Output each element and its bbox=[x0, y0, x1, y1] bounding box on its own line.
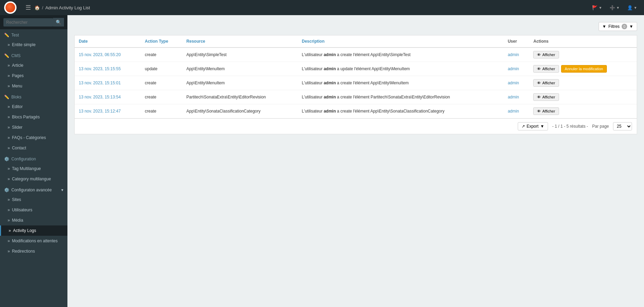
sidebar-item-activity-logs[interactable]: » Activity Logs bbox=[0, 225, 67, 236]
sidebar-item-contact[interactable]: » Contact bbox=[0, 143, 67, 153]
chevron-icon-slider: » bbox=[8, 125, 10, 130]
export-icon: ↗ bbox=[522, 124, 525, 129]
col-user: User bbox=[504, 35, 529, 47]
cancel-modification-button[interactable]: Annuler la modification bbox=[561, 65, 607, 73]
col-action-type[interactable]: Action Type bbox=[141, 35, 182, 47]
search-button[interactable]: 🔍 bbox=[53, 18, 64, 27]
export-label: Export bbox=[527, 124, 539, 129]
view-button[interactable]: 👁 Afficher bbox=[533, 93, 559, 101]
chevron-icon-category: » bbox=[8, 177, 10, 181]
sidebar-item-configuration-avancee[interactable]: ⚙️ Configuraton avancée ▾ bbox=[0, 184, 67, 194]
col-description[interactable]: Description bbox=[298, 35, 504, 47]
chevron-icon-redirections: » bbox=[8, 249, 10, 254]
chevron-icon-pages: » bbox=[8, 73, 10, 78]
action-type-cell: create bbox=[141, 90, 182, 104]
export-button[interactable]: ↗ Export ▼ bbox=[518, 122, 548, 130]
user-link[interactable]: admin bbox=[508, 66, 519, 71]
gear-icon-config: ⚙️ bbox=[4, 157, 9, 161]
description-cell: L'utilisateur admin a create l'élément P… bbox=[298, 90, 504, 104]
description-cell: L'utilisateur admin a update l'élément A… bbox=[298, 62, 504, 76]
pencil-icon: ✏️ bbox=[4, 33, 9, 38]
hamburger-button[interactable]: ☰ bbox=[22, 0, 34, 15]
sidebar-item-pages[interactable]: » Pages bbox=[0, 71, 67, 81]
home-icon: 🏠 bbox=[34, 5, 40, 10]
table-header-row: Date Action Type Resource Description Us… bbox=[75, 35, 637, 47]
chevron-icon-menu: » bbox=[8, 84, 10, 88]
col-actions: Actions bbox=[529, 35, 637, 47]
sidebar-label-pages: Pages bbox=[12, 73, 24, 78]
eye-icon: 👁 bbox=[537, 53, 541, 57]
sidebar-item-tag-multilangue[interactable]: » Tag Multilangue bbox=[0, 163, 67, 174]
sidebar-label-blocs-partages: Blocs Partagés bbox=[12, 115, 40, 119]
table-row: 13 nov. 2023, 15:15:55updateApp\Entity\M… bbox=[75, 62, 637, 76]
col-resource[interactable]: Resource bbox=[182, 35, 298, 47]
sidebar-item-faqs-categories[interactable]: » FAQs - Catégories bbox=[0, 133, 67, 143]
date-link[interactable]: 15 nov. 2023, 06:55:20 bbox=[79, 52, 121, 57]
table-container: Date Action Type Resource Description Us… bbox=[74, 35, 637, 134]
sidebar-item-bloks[interactable]: ✏️ Bloks bbox=[0, 91, 67, 102]
user-link[interactable]: admin bbox=[508, 95, 519, 99]
view-button[interactable]: 👁 Afficher bbox=[533, 51, 559, 59]
per-page-select[interactable]: 25 50 100 bbox=[613, 122, 632, 130]
filter-icon: ▼ bbox=[602, 24, 607, 29]
date-link[interactable]: 13 nov. 2023, 15:15:55 bbox=[79, 66, 121, 71]
sidebar-item-menu[interactable]: » Menu bbox=[0, 81, 67, 91]
top-right-actions: 🚩 ▼ ➕ ▼ 👤 ▼ bbox=[589, 4, 640, 12]
sidebar-item-editor[interactable]: » Editor bbox=[0, 102, 67, 112]
sidebar-item-sites[interactable]: » Sites bbox=[0, 194, 67, 205]
resource-cell: App\Entity\MenuItem bbox=[182, 76, 298, 90]
sidebar-item-media[interactable]: » Média bbox=[0, 215, 67, 225]
search-input[interactable] bbox=[3, 18, 53, 27]
sidebar-item-cms[interactable]: ✏️ CMS bbox=[0, 50, 67, 60]
table-row: 15 nov. 2023, 06:55:20createApp\Entity\S… bbox=[75, 47, 637, 62]
sidebar-item-utilisateurs[interactable]: » Utilisateurs bbox=[0, 205, 67, 215]
chevron-icon-media: » bbox=[8, 218, 10, 223]
sidebar-item-category-multilangue[interactable]: » Category multilangue bbox=[0, 174, 67, 184]
sidebar-item-test[interactable]: ✏️ Test bbox=[0, 29, 67, 40]
sidebar-label-contact: Contact bbox=[12, 146, 26, 150]
eye-icon: 👁 bbox=[537, 81, 541, 85]
sidebar-item-article[interactable]: » Article bbox=[0, 60, 67, 71]
chevron-down-icon: ▾ bbox=[61, 188, 63, 192]
table-row: 13 nov. 2023, 15:15:01createApp\Entity\M… bbox=[75, 76, 637, 90]
sidebar-item-configuration[interactable]: ⚙️ Configuration bbox=[0, 153, 67, 163]
table-footer: ↗ Export ▼ - 1 / 1 - 5 résultats - Par p… bbox=[75, 118, 637, 134]
chevron-icon: » bbox=[8, 42, 10, 47]
eye-icon: 👁 bbox=[537, 67, 541, 71]
view-button[interactable]: 👁 Afficher bbox=[533, 65, 559, 73]
filter-label: Filtres bbox=[608, 24, 620, 29]
sidebar-label-sites: Sites bbox=[12, 197, 21, 202]
user-link[interactable]: admin bbox=[508, 81, 519, 85]
sidebar-item-redirections[interactable]: » Redirections bbox=[0, 246, 67, 256]
page-wrapper: 🔍 ✏️ Test » Entite simple ✏️ CMS » Artic… bbox=[0, 15, 644, 307]
view-button[interactable]: 👁 Afficher bbox=[533, 107, 559, 115]
action-type-cell: create bbox=[141, 104, 182, 118]
sidebar: 🔍 ✏️ Test » Entite simple ✏️ CMS » Artic… bbox=[0, 15, 67, 307]
add-button[interactable]: ➕ ▼ bbox=[607, 4, 622, 12]
date-link[interactable]: 13 nov. 2023, 15:13:54 bbox=[79, 95, 121, 99]
sidebar-item-modifications[interactable]: » Modifications en attentes bbox=[0, 236, 67, 246]
view-button[interactable]: 👁 Afficher bbox=[533, 79, 559, 87]
sidebar-item-entite-simple[interactable]: » Entite simple bbox=[0, 40, 67, 50]
user-link[interactable]: admin bbox=[508, 52, 519, 57]
resource-cell: App\Entity\SimpleTest bbox=[182, 47, 298, 62]
date-link[interactable]: 13 nov. 2023, 15:15:01 bbox=[79, 81, 121, 85]
chevron-icon-utilisateurs: » bbox=[8, 208, 10, 212]
sidebar-search-container: 🔍 bbox=[0, 15, 67, 29]
action-type-cell: update bbox=[141, 62, 182, 76]
date-link[interactable]: 13 nov. 2023, 15:12:47 bbox=[79, 109, 121, 114]
chevron-icon-modifications: » bbox=[8, 239, 10, 243]
resource-cell: App\Entity\MenuItem bbox=[182, 62, 298, 76]
filter-button[interactable]: ▼ Filtres 0 ▼ bbox=[599, 22, 637, 31]
flag-button[interactable]: 🚩 ▼ bbox=[589, 4, 605, 12]
resource-cell: Partitech\SonataExtra\Entity\EditorRevis… bbox=[182, 90, 298, 104]
activity-log-table: Date Action Type Resource Description Us… bbox=[75, 35, 637, 118]
sidebar-label-media: Média bbox=[12, 218, 23, 223]
sidebar-item-slider[interactable]: » Slider bbox=[0, 122, 67, 133]
user-button[interactable]: 👤 ▼ bbox=[624, 4, 640, 12]
col-date[interactable]: Date bbox=[75, 35, 141, 47]
sidebar-item-blocs-partages[interactable]: » Blocs Partagés bbox=[0, 112, 67, 122]
eye-icon: 👁 bbox=[537, 95, 541, 99]
content-header: ▼ Filtres 0 ▼ bbox=[74, 22, 637, 31]
user-link[interactable]: admin bbox=[508, 109, 519, 114]
